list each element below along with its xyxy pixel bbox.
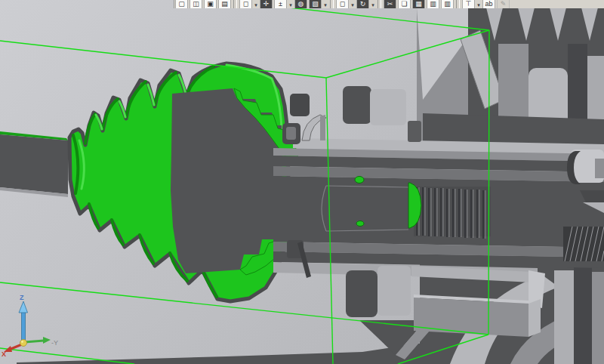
bearing-block-bottom-light (378, 266, 411, 316)
save-document-icon[interactable]: ▣ (204, 0, 217, 8)
zoom-all-dropdown-arrow[interactable]: ▾ (350, 0, 356, 8)
zoom-all-icon[interactable]: ◻ (336, 0, 349, 8)
box-edge-vertical-right (488, 30, 489, 335)
cad-3d-viewport[interactable]: Z -Y X ▢◫▣▤◻▾✛±▾◍▧▾◻▾↻▾✂❏▦▥▥⊤▾ab✎ (0, 0, 604, 364)
new-document-icon[interactable]: ▢ (175, 0, 188, 8)
belt-pulley[interactable] (417, 8, 604, 150)
refresh-dropdown-arrow[interactable]: ▾ (370, 0, 376, 8)
pin-orientation-icon[interactable]: ⊤ (462, 0, 475, 8)
bearing-step (408, 121, 421, 142)
y-axis-label: -Y (51, 339, 58, 347)
orientation-triad: Z -Y X (2, 294, 58, 358)
orbit-dropdown-arrow[interactable]: ▾ (322, 0, 328, 8)
drive-shaft[interactable] (0, 131, 68, 197)
bearing-block-top-light (370, 89, 406, 125)
y-axis-arrowhead (43, 337, 51, 344)
flange-band-light (554, 270, 574, 364)
toolbar-separator (456, 0, 460, 8)
zoom-area-icon[interactable]: ◻ (239, 0, 252, 8)
sketch-pencil-icon[interactable]: ✎ (497, 0, 510, 8)
toolbar-separator (378, 0, 381, 8)
print-preview-icon[interactable]: ▤ (218, 0, 231, 8)
output-shaft-tube[interactable] (273, 138, 604, 279)
flange-band-dark (574, 267, 592, 364)
z-axis-label: Z (20, 294, 24, 301)
bar-lower (414, 298, 528, 337)
green-seal-top (355, 177, 364, 184)
section-display-icon[interactable]: ✂ (384, 0, 396, 8)
orbit-box-icon[interactable]: ▧ (309, 0, 322, 8)
shaft-section-face (0, 134, 68, 194)
y-axis (25, 341, 44, 342)
dimension-text-icon[interactable]: ab (482, 0, 495, 8)
zoom-dropdown-arrow[interactable]: ▾ (253, 0, 259, 8)
knurled-bearing[interactable] (563, 227, 604, 261)
origin-sphere (20, 340, 27, 347)
pin-dropdown-arrow[interactable]: ▾ (476, 0, 482, 8)
spline-section (414, 187, 491, 239)
edit-sheet-alt-icon[interactable]: ▥ (441, 0, 454, 8)
pan-dropdown-arrow[interactable]: ▾ (288, 0, 294, 8)
toolbar-separator (233, 0, 237, 8)
model-scene: Z -Y X (0, 0, 604, 364)
bar-lower-end (528, 299, 541, 337)
x-axis-label: X (2, 350, 6, 358)
new-window-icon[interactable]: ❏ (398, 0, 411, 8)
toolbar-separator (330, 0, 334, 8)
zoom-in-out-icon[interactable]: ± (274, 0, 287, 8)
box-edge-top-left (0, 41, 326, 78)
refresh-view-icon[interactable]: ↻ (356, 0, 369, 8)
pan-view-icon[interactable]: ✛ (260, 0, 273, 8)
seal-pin (320, 115, 325, 140)
z-axis-arrowhead (19, 301, 28, 313)
bearing-block-bottom-dark (346, 270, 378, 317)
support-bars[interactable] (411, 266, 545, 337)
edit-sheet-icon[interactable]: ▥ (427, 0, 439, 8)
clamp-small-inner (286, 127, 296, 140)
view-toolbar[interactable]: ▢◫▣▤◻▾✛±▾◍▧▾◻▾↻▾✂❏▦▥▥⊤▾ab✎ (174, 0, 604, 8)
clamp-top (290, 94, 310, 116)
z-axis (22, 310, 26, 343)
orbit-rotate-icon[interactable]: ◍ (294, 0, 307, 8)
flange-band-edge (592, 272, 604, 364)
bearing-block-top-dark (343, 86, 371, 124)
origin-highlight (21, 341, 23, 343)
nut-end (595, 159, 604, 178)
open-document-icon[interactable]: ◫ (190, 0, 202, 8)
green-seal-bottom (356, 221, 364, 227)
move-window-icon[interactable]: ▦ (412, 0, 425, 8)
pulley-outer-rim-bottom (17, 343, 423, 364)
